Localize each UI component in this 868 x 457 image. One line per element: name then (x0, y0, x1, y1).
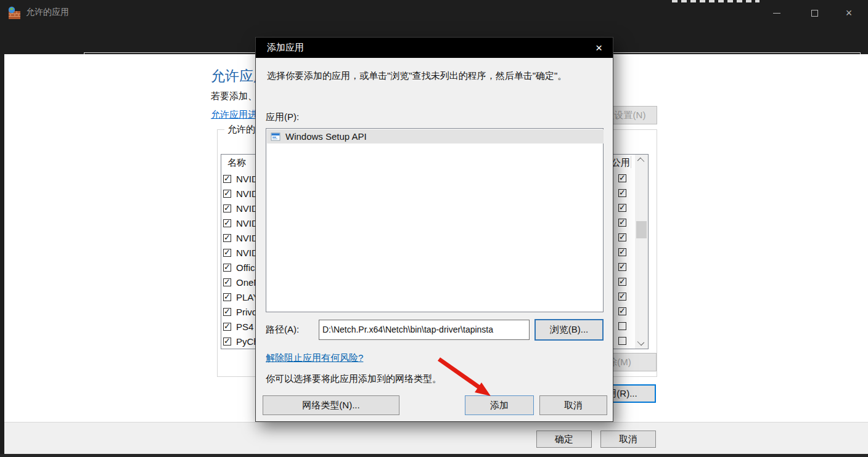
public-checkbox[interactable] (618, 248, 626, 256)
cancel-button[interactable]: 取消 (600, 431, 656, 448)
public-checkbox[interactable] (618, 278, 626, 286)
network-type-text: 你可以选择要将此应用添加到的网络类型。 (266, 373, 441, 385)
dialog-close-button[interactable]: × (585, 38, 613, 58)
app-enabled-checkbox[interactable] (223, 264, 231, 272)
list-scrollbar[interactable] (635, 155, 648, 349)
apps-listbox[interactable]: Windows Setup API (266, 128, 604, 312)
column-header-public[interactable]: 公用 (612, 157, 630, 169)
maximize-icon (811, 10, 818, 17)
dialog-title: 添加应用 (267, 42, 304, 54)
scroll-thumb[interactable] (636, 221, 647, 238)
public-checkbox[interactable] (618, 219, 626, 227)
close-icon: × (846, 8, 853, 18)
apps-label: 应用(P): (266, 111, 299, 123)
page-intro-text: 若要添加、 (211, 91, 257, 102)
public-checkbox[interactable] (618, 189, 626, 197)
add-button[interactable]: 添加 (465, 395, 534, 415)
public-checkbox[interactable] (618, 204, 626, 212)
firewall-app-icon (7, 6, 21, 20)
path-label: 路径(A): (266, 324, 299, 336)
application-icon (271, 132, 280, 142)
close-button[interactable]: × (840, 7, 858, 18)
app-enabled-checkbox[interactable] (223, 293, 231, 301)
minimize-icon (773, 13, 780, 14)
public-checkbox[interactable] (618, 174, 626, 182)
app-enabled-checkbox[interactable] (223, 190, 231, 198)
app-enabled-checkbox[interactable] (223, 204, 231, 212)
communication-risk-link[interactable]: 允许应用进 (211, 109, 257, 121)
close-icon: × (596, 41, 602, 55)
app-enabled-checkbox[interactable] (223, 234, 231, 242)
app-enabled-checkbox[interactable] (223, 219, 231, 227)
scroll-up-icon[interactable] (637, 158, 644, 164)
app-enabled-checkbox[interactable] (223, 338, 231, 346)
public-checkbox[interactable] (618, 293, 626, 301)
background-artifact (672, 0, 760, 2)
public-checkbox[interactable] (618, 322, 626, 330)
app-name-label: Privo (236, 307, 257, 317)
public-checkbox[interactable] (618, 233, 626, 241)
list-item-windows-setup-api[interactable]: Windows Setup API (267, 129, 604, 144)
minimize-button[interactable] (768, 7, 786, 18)
app-enabled-checkbox[interactable] (223, 175, 231, 183)
column-divider (631, 156, 631, 168)
public-checkbox[interactable] (618, 307, 626, 315)
add-app-dialog: 添加应用 × 选择你要添加的应用，或单击"浏览"查找未列出的程序，然后单击"确定… (255, 37, 613, 422)
window-bottom-edge (0, 454, 868, 457)
public-checkbox[interactable] (618, 337, 626, 345)
unblock-risk-link[interactable]: 解除阻止应用有何风险? (266, 352, 363, 364)
ok-button[interactable]: 确定 (536, 431, 592, 448)
app-enabled-checkbox[interactable] (223, 308, 231, 316)
app-enabled-checkbox[interactable] (223, 278, 231, 286)
dialog-instruction: 选择你要添加的应用，或单击"浏览"查找未列出的程序，然后单击"确定"。 (267, 70, 567, 82)
app-item-label: Windows Setup API (285, 131, 367, 142)
dialog-titlebar: 添加应用 (256, 38, 613, 58)
dialog-cancel-button[interactable]: 取消 (539, 395, 607, 415)
app-enabled-checkbox[interactable] (223, 249, 231, 257)
browse-button[interactable]: 浏览(B)... (534, 319, 604, 341)
page-footer: 确定 取消 (4, 422, 868, 454)
app-enabled-checkbox[interactable] (223, 323, 231, 331)
maximize-button[interactable] (805, 7, 824, 18)
column-header-name[interactable]: 名称 (227, 157, 246, 169)
scroll-down-icon[interactable] (637, 339, 644, 346)
window-titlebar: 允许的应用 × (0, 0, 868, 25)
window-title: 允许的应用 (26, 7, 69, 18)
path-input[interactable]: D:\Netch.Pr.x64\Netch\bin\tap-driver\tap… (319, 320, 530, 340)
public-checkbox[interactable] (618, 263, 626, 271)
network-types-button[interactable]: 网络类型(N)... (263, 395, 399, 415)
